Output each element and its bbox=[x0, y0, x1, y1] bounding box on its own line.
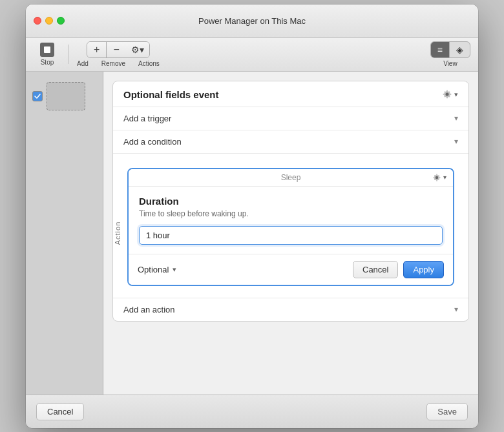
view-label: View bbox=[443, 60, 457, 67]
stop-icon-inner bbox=[44, 46, 50, 53]
action-gear-icon bbox=[432, 173, 441, 182]
event-name: Optional fields event bbox=[123, 89, 219, 100]
action-type-label: Sleep bbox=[281, 173, 301, 182]
sidebar bbox=[26, 72, 103, 395]
view-group: ≡ ◈ View bbox=[430, 41, 470, 67]
toolbar-labels: Add Remove Actions bbox=[77, 60, 160, 67]
minimize-button[interactable] bbox=[45, 17, 53, 25]
add-remove-buttons: + − ⚙▾ bbox=[87, 41, 150, 58]
bottom-bar: Cancel Save bbox=[26, 395, 478, 428]
remove-label: Remove bbox=[101, 60, 125, 67]
titlebar: Power Manager on This Mac bbox=[26, 5, 478, 38]
add-remove-group: + − ⚙▾ Add Remove Actions bbox=[77, 41, 160, 67]
content-panel: Action Optional fields event ▾ bbox=[103, 72, 478, 395]
duration-subtitle: Time to sleep before waking up. bbox=[139, 209, 443, 218]
sidebar-item-preview bbox=[47, 82, 85, 110]
sidebar-event-item[interactable] bbox=[26, 79, 103, 113]
apply-button[interactable]: Apply bbox=[403, 261, 444, 278]
bottom-cancel-button[interactable]: Cancel bbox=[36, 403, 84, 420]
duration-input[interactable] bbox=[139, 226, 443, 245]
view-list-button[interactable]: ≡ bbox=[431, 42, 450, 57]
main-content: Action Optional fields event ▾ bbox=[26, 72, 478, 395]
event-checkbox[interactable] bbox=[32, 91, 43, 101]
action-card-body: Duration Time to sleep before waking up. bbox=[129, 187, 453, 254]
condition-chevron-icon: ▾ bbox=[454, 137, 458, 146]
add-trigger-row[interactable]: Add a trigger ▾ bbox=[113, 107, 468, 130]
close-button[interactable] bbox=[34, 17, 41, 25]
remove-button[interactable]: − bbox=[107, 42, 125, 57]
main-window: Power Manager on This Mac Stop + − ⚙▾ Ad… bbox=[26, 5, 478, 428]
stop-icon bbox=[40, 43, 54, 57]
trigger-chevron-icon: ▾ bbox=[454, 114, 458, 123]
footer-buttons: Cancel Apply bbox=[353, 261, 444, 278]
window-title: Power Manager on This Mac bbox=[198, 16, 306, 26]
toolbar: Stop + − ⚙▾ Add Remove Actions ≡ ◈ View bbox=[26, 38, 478, 72]
editor-panel: Optional fields event ▾ Add a trigger ▾ bbox=[112, 81, 469, 322]
event-settings-chevron: ▾ bbox=[454, 90, 458, 99]
action-card-footer: Optional ▾ Cancel Apply bbox=[129, 254, 453, 285]
checkmark-icon bbox=[34, 94, 41, 99]
add-action-row[interactable]: Add an action ▾ bbox=[113, 298, 468, 321]
bottom-save-button[interactable]: Save bbox=[426, 403, 468, 420]
add-condition-row[interactable]: Add a condition ▾ bbox=[113, 130, 468, 154]
add-button[interactable]: + bbox=[87, 42, 107, 57]
traffic-lights bbox=[34, 17, 65, 25]
event-settings-button[interactable]: ▾ bbox=[442, 89, 458, 99]
toolbar-separator-1 bbox=[68, 45, 69, 64]
optional-chevron-icon: ▾ bbox=[173, 265, 176, 274]
stop-button[interactable]: Stop bbox=[34, 40, 61, 68]
gear-icon bbox=[442, 89, 452, 99]
add-action-label: Add an action bbox=[123, 305, 175, 314]
action-card: Sleep ▾ Duration bbox=[127, 168, 454, 286]
trigger-label: Add a trigger bbox=[123, 114, 171, 123]
actions-label: Actions bbox=[138, 60, 160, 67]
condition-label: Add a condition bbox=[123, 137, 182, 147]
action-card-header: Sleep ▾ bbox=[129, 169, 453, 187]
view-chart-button[interactable]: ◈ bbox=[450, 42, 470, 57]
optional-dropdown[interactable]: Optional ▾ bbox=[138, 265, 176, 274]
cancel-button[interactable]: Cancel bbox=[353, 261, 398, 278]
editor-header: Optional fields event ▾ bbox=[113, 81, 468, 107]
add-action-chevron-icon: ▾ bbox=[454, 305, 458, 314]
action-card-settings-button[interactable]: ▾ bbox=[432, 173, 446, 182]
stop-label: Stop bbox=[41, 59, 54, 66]
actions-dropdown-button[interactable]: ⚙▾ bbox=[126, 42, 149, 57]
action-sidebar-label: Action bbox=[114, 221, 121, 245]
action-card-wrapper: Sleep ▾ Duration bbox=[113, 154, 468, 298]
action-card-chevron-icon: ▾ bbox=[443, 174, 446, 181]
add-label: Add bbox=[77, 60, 89, 67]
toolbar-right: ≡ ◈ View bbox=[430, 41, 470, 67]
optional-label: Optional bbox=[138, 265, 169, 274]
duration-title: Duration bbox=[139, 196, 443, 207]
maximize-button[interactable] bbox=[57, 17, 65, 25]
view-segmented: ≡ ◈ bbox=[430, 41, 470, 58]
